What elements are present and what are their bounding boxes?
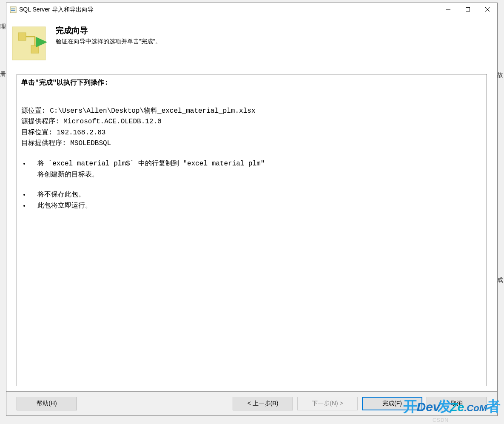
summary-line: 源位置: C:\Users\Allen\Desktop\物料_excel_mat…	[21, 106, 482, 117]
maximize-button[interactable]	[458, 3, 478, 16]
summary-bullet: 将 `excel_material_plm$` 中的行复制到 "excel_ma…	[30, 159, 482, 170]
svg-rect-8	[18, 33, 26, 40]
summary-bullet: 将不保存此包。	[30, 190, 482, 201]
svg-rect-2	[11, 10, 15, 11]
close-button[interactable]	[478, 3, 497, 16]
content-area: 单击"完成"以执行下列操作: 源位置: C:\Users\Allen\Deskt…	[6, 67, 497, 391]
page-title: 完成向导	[56, 25, 161, 36]
watermark-csdn: CSDN	[433, 417, 449, 423]
cancel-button[interactable]: 取消	[427, 397, 487, 410]
back-button[interactable]: < 上一步(B)	[233, 397, 293, 410]
window-title: SQL Server 导入和导出向导	[19, 6, 94, 14]
summary-bullet: 此包将立即运行。	[30, 201, 482, 212]
finish-button[interactable]: 完成(F)	[362, 397, 422, 410]
help-button[interactable]: 帮助(H)	[17, 397, 77, 410]
svg-rect-0	[10, 7, 16, 13]
summary-box[interactable]: 单击"完成"以执行下列操作: 源位置: C:\Users\Allen\Deskt…	[17, 74, 487, 386]
svg-rect-4	[466, 8, 470, 11]
window-controls	[439, 3, 497, 16]
summary-bullet-sub: 将创建新的目标表。	[21, 170, 482, 181]
header-panel: 完成向导 验证在向导中选择的选项并单击"完成"。	[6, 17, 497, 67]
svg-rect-9	[31, 46, 39, 53]
minimize-button[interactable]	[439, 3, 458, 16]
summary-line: 目标提供程序: MSOLEDBSQL	[21, 138, 482, 149]
app-icon	[10, 6, 17, 13]
footer-bar: 帮助(H) < 上一步(B) 下一步(N) > 完成(F) 取消	[6, 392, 497, 415]
wizard-icon	[10, 24, 48, 63]
next-button: 下一步(N) >	[297, 397, 358, 410]
svg-rect-1	[11, 9, 15, 9]
page-subtitle: 验证在向导中选择的选项并单击"完成"。	[56, 38, 161, 46]
summary-line: 源提供程序: Microsoft.ACE.OLEDB.12.0	[21, 117, 482, 128]
wizard-window: SQL Server 导入和导出向导 完成向导	[6, 3, 498, 416]
summary-heading: 单击"完成"以执行下列操作:	[21, 78, 482, 89]
titlebar[interactable]: SQL Server 导入和导出向导	[6, 3, 497, 17]
summary-line: 目标位置: 192.168.2.83	[21, 128, 482, 139]
